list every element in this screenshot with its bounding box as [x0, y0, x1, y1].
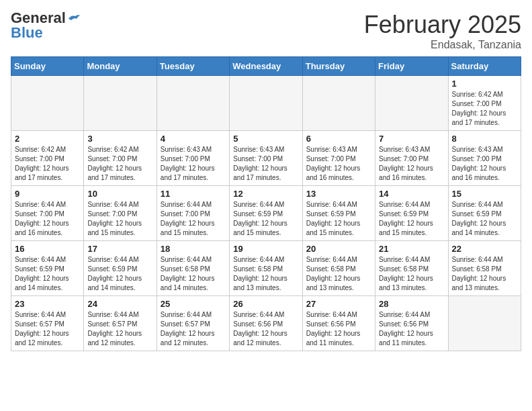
calendar-cell: 26Sunrise: 6:44 AM Sunset: 6:56 PM Dayli… — [230, 296, 302, 351]
day-number: 13 — [306, 189, 371, 199]
day-info: Sunrise: 6:44 AM Sunset: 6:57 PM Dayligh… — [161, 310, 226, 348]
weekday-header: Monday — [84, 57, 157, 76]
day-info: Sunrise: 6:44 AM Sunset: 6:59 PM Dayligh… — [233, 200, 298, 238]
day-number: 8 — [452, 134, 517, 144]
day-info: Sunrise: 6:44 AM Sunset: 6:56 PM Dayligh… — [379, 310, 444, 348]
page-header: General Blue February 2025 Endasak, Tanz… — [11, 11, 521, 51]
weekday-header: Wednesday — [230, 57, 302, 76]
day-info: Sunrise: 6:42 AM Sunset: 7:00 PM Dayligh… — [452, 90, 517, 128]
day-number: 19 — [233, 244, 298, 254]
calendar-cell — [11, 76, 84, 131]
calendar-cell: 12Sunrise: 6:44 AM Sunset: 6:59 PM Dayli… — [230, 186, 302, 241]
calendar-cell: 23Sunrise: 6:44 AM Sunset: 6:57 PM Dayli… — [11, 296, 84, 351]
day-number: 28 — [379, 299, 444, 309]
calendar-cell: 19Sunrise: 6:44 AM Sunset: 6:58 PM Dayli… — [230, 241, 302, 296]
calendar-cell — [157, 76, 229, 131]
day-info: Sunrise: 6:44 AM Sunset: 6:57 PM Dayligh… — [87, 310, 152, 348]
calendar-cell: 6Sunrise: 6:43 AM Sunset: 7:00 PM Daylig… — [302, 131, 375, 186]
logo-blue: Blue — [11, 26, 43, 40]
day-number: 15 — [452, 189, 517, 199]
day-number: 20 — [306, 244, 371, 254]
day-info: Sunrise: 6:43 AM Sunset: 7:00 PM Dayligh… — [379, 145, 444, 183]
calendar-cell: 4Sunrise: 6:43 AM Sunset: 7:00 PM Daylig… — [157, 131, 229, 186]
day-info: Sunrise: 6:44 AM Sunset: 6:59 PM Dayligh… — [306, 200, 371, 238]
calendar-week-row: 2Sunrise: 6:42 AM Sunset: 7:00 PM Daylig… — [11, 131, 521, 186]
calendar-cell — [302, 76, 375, 131]
weekday-header: Sunday — [11, 57, 84, 76]
calendar-cell: 18Sunrise: 6:44 AM Sunset: 6:58 PM Dayli… — [157, 241, 229, 296]
day-number: 26 — [233, 299, 298, 309]
calendar-cell: 11Sunrise: 6:44 AM Sunset: 7:00 PM Dayli… — [157, 186, 229, 241]
day-number: 17 — [87, 244, 152, 254]
calendar-table: SundayMondayTuesdayWednesdayThursdayFrid… — [11, 56, 521, 351]
day-number: 24 — [87, 299, 152, 309]
day-info: Sunrise: 6:44 AM Sunset: 6:58 PM Dayligh… — [306, 255, 371, 293]
day-number: 1 — [452, 79, 517, 89]
day-number: 14 — [379, 189, 444, 199]
calendar-cell: 2Sunrise: 6:42 AM Sunset: 7:00 PM Daylig… — [11, 131, 84, 186]
calendar-cell: 8Sunrise: 6:43 AM Sunset: 7:00 PM Daylig… — [448, 131, 521, 186]
weekday-header: Friday — [375, 57, 448, 76]
weekday-header: Thursday — [302, 57, 375, 76]
calendar-cell: 21Sunrise: 6:44 AM Sunset: 6:58 PM Dayli… — [375, 241, 448, 296]
calendar-week-row: 23Sunrise: 6:44 AM Sunset: 6:57 PM Dayli… — [11, 296, 521, 351]
day-info: Sunrise: 6:43 AM Sunset: 7:00 PM Dayligh… — [233, 145, 298, 183]
day-info: Sunrise: 6:44 AM Sunset: 7:00 PM Dayligh… — [161, 200, 226, 238]
calendar-cell: 9Sunrise: 6:44 AM Sunset: 7:00 PM Daylig… — [11, 186, 84, 241]
day-number: 12 — [233, 189, 298, 199]
day-info: Sunrise: 6:43 AM Sunset: 7:00 PM Dayligh… — [306, 145, 371, 183]
day-info: Sunrise: 6:44 AM Sunset: 7:00 PM Dayligh… — [87, 200, 152, 238]
day-info: Sunrise: 6:44 AM Sunset: 6:58 PM Dayligh… — [161, 255, 226, 293]
day-number: 16 — [15, 244, 80, 254]
calendar-cell: 17Sunrise: 6:44 AM Sunset: 6:59 PM Dayli… — [84, 241, 157, 296]
day-number: 21 — [379, 244, 444, 254]
day-info: Sunrise: 6:44 AM Sunset: 6:59 PM Dayligh… — [379, 200, 444, 238]
calendar-cell — [448, 296, 521, 351]
calendar-cell: 28Sunrise: 6:44 AM Sunset: 6:56 PM Dayli… — [375, 296, 448, 351]
calendar-cell: 1Sunrise: 6:42 AM Sunset: 7:00 PM Daylig… — [448, 76, 521, 131]
day-info: Sunrise: 6:44 AM Sunset: 6:58 PM Dayligh… — [452, 255, 517, 293]
day-number: 9 — [15, 189, 80, 199]
day-number: 5 — [233, 134, 298, 144]
calendar-cell — [84, 76, 157, 131]
calendar-cell — [375, 76, 448, 131]
day-info: Sunrise: 6:44 AM Sunset: 6:59 PM Dayligh… — [87, 255, 152, 293]
day-number: 6 — [306, 134, 371, 144]
month-title: February 2025 — [364, 11, 521, 39]
day-info: Sunrise: 6:42 AM Sunset: 7:00 PM Dayligh… — [15, 145, 80, 183]
calendar-week-row: 1Sunrise: 6:42 AM Sunset: 7:00 PM Daylig… — [11, 76, 521, 131]
day-number: 4 — [161, 134, 226, 144]
day-number: 7 — [379, 134, 444, 144]
day-number: 18 — [161, 244, 226, 254]
calendar-cell: 5Sunrise: 6:43 AM Sunset: 7:00 PM Daylig… — [230, 131, 302, 186]
calendar-cell: 25Sunrise: 6:44 AM Sunset: 6:57 PM Dayli… — [157, 296, 229, 351]
day-info: Sunrise: 6:44 AM Sunset: 6:59 PM Dayligh… — [15, 255, 80, 293]
weekday-header: Tuesday — [157, 57, 229, 76]
calendar-cell: 22Sunrise: 6:44 AM Sunset: 6:58 PM Dayli… — [448, 241, 521, 296]
calendar-cell: 27Sunrise: 6:44 AM Sunset: 6:56 PM Dayli… — [302, 296, 375, 351]
calendar-week-row: 16Sunrise: 6:44 AM Sunset: 6:59 PM Dayli… — [11, 241, 521, 296]
calendar-cell: 15Sunrise: 6:44 AM Sunset: 6:59 PM Dayli… — [448, 186, 521, 241]
day-info: Sunrise: 6:44 AM Sunset: 6:56 PM Dayligh… — [306, 310, 371, 348]
calendar-cell: 14Sunrise: 6:44 AM Sunset: 6:59 PM Dayli… — [375, 186, 448, 241]
day-info: Sunrise: 6:43 AM Sunset: 7:00 PM Dayligh… — [161, 145, 226, 183]
day-info: Sunrise: 6:42 AM Sunset: 7:00 PM Dayligh… — [87, 145, 152, 183]
day-number: 25 — [161, 299, 226, 309]
day-info: Sunrise: 6:44 AM Sunset: 6:58 PM Dayligh… — [233, 255, 298, 293]
day-info: Sunrise: 6:44 AM Sunset: 6:58 PM Dayligh… — [379, 255, 444, 293]
location: Endasak, Tanzania — [364, 39, 521, 51]
calendar-cell: 3Sunrise: 6:42 AM Sunset: 7:00 PM Daylig… — [84, 131, 157, 186]
calendar-cell: 24Sunrise: 6:44 AM Sunset: 6:57 PM Dayli… — [84, 296, 157, 351]
calendar-cell: 20Sunrise: 6:44 AM Sunset: 6:58 PM Dayli… — [302, 241, 375, 296]
calendar-cell: 10Sunrise: 6:44 AM Sunset: 7:00 PM Dayli… — [84, 186, 157, 241]
day-info: Sunrise: 6:44 AM Sunset: 6:56 PM Dayligh… — [233, 310, 298, 348]
weekday-header-row: SundayMondayTuesdayWednesdayThursdayFrid… — [11, 57, 521, 76]
day-number: 3 — [87, 134, 152, 144]
day-number: 27 — [306, 299, 371, 309]
weekday-header: Saturday — [448, 57, 521, 76]
calendar-cell: 16Sunrise: 6:44 AM Sunset: 6:59 PM Dayli… — [11, 241, 84, 296]
day-number: 22 — [452, 244, 517, 254]
logo: General Blue — [11, 11, 81, 40]
day-number: 10 — [87, 189, 152, 199]
day-info: Sunrise: 6:43 AM Sunset: 7:00 PM Dayligh… — [452, 145, 517, 183]
